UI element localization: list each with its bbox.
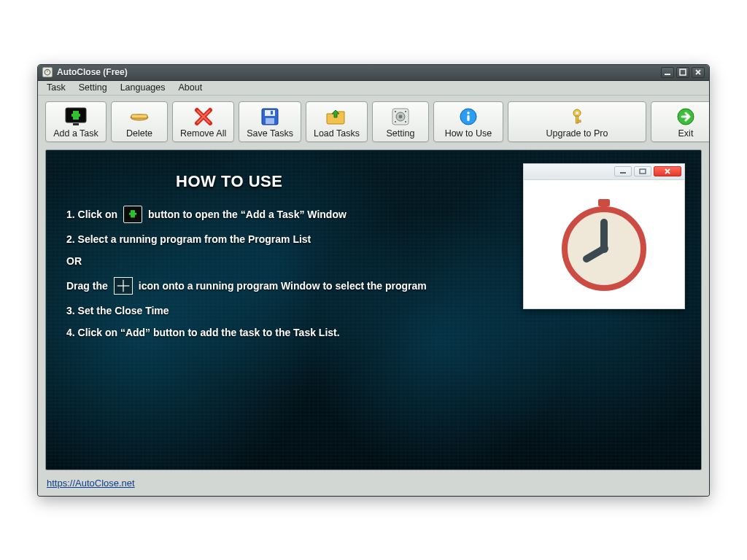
illus-max-icon (634, 166, 651, 176)
exit-label: Exit (678, 128, 694, 139)
save-tasks-button[interactable]: Save Tasks (239, 101, 301, 142)
step1: 1. Click on button to open the “Add a Ta… (66, 206, 504, 223)
svg-rect-12 (131, 114, 147, 118)
delete-button[interactable]: Delete (111, 101, 168, 142)
svg-point-52 (600, 244, 608, 253)
menu-about[interactable]: About (173, 82, 209, 93)
step-drag: Drag the icon onto a running program Win… (66, 277, 504, 295)
svg-point-30 (467, 112, 470, 114)
menu-task[interactable]: Task (41, 82, 71, 93)
website-link[interactable]: https://AutoClose.net (47, 478, 135, 489)
howto-panel: HOW TO USE 1. Click on button to open th… (45, 149, 702, 470)
svg-rect-27 (405, 121, 406, 122)
settings-label: Setting (386, 128, 414, 139)
svg-rect-3 (680, 69, 686, 75)
settings-button[interactable]: Setting (372, 101, 429, 142)
menu-languages[interactable]: Languages (115, 82, 171, 93)
floppy-icon (260, 106, 279, 127)
svg-rect-31 (467, 115, 469, 121)
svg-rect-35 (578, 120, 581, 122)
add-task-label: Add a Task (53, 128, 98, 139)
save-tasks-label: Save Tasks (247, 128, 293, 139)
info-icon (459, 106, 478, 127)
upgrade-pro-button[interactable]: Upgrade to Pro (508, 101, 646, 142)
howto-text: HOW TO USE 1. Click on button to open th… (66, 172, 504, 349)
svg-rect-26 (395, 121, 396, 122)
svg-rect-19 (266, 118, 274, 124)
remove-all-button[interactable]: Remove All (172, 101, 234, 142)
load-tasks-label: Load Tasks (314, 128, 360, 139)
help-button[interactable]: How to Use (433, 101, 503, 142)
folder-up-icon (325, 106, 347, 127)
svg-rect-49 (601, 205, 607, 212)
svg-point-23 (399, 114, 403, 118)
plus-screen-icon (65, 106, 87, 127)
svg-rect-2 (665, 74, 670, 75)
add-task-button[interactable]: Add a Task (45, 101, 107, 142)
titlebar: AutoClose (Free) (38, 65, 709, 81)
app-icon (42, 67, 53, 77)
svg-rect-18 (265, 110, 275, 116)
x-icon (193, 106, 214, 127)
illustration-window (523, 163, 685, 309)
delete-label: Delete (126, 128, 152, 139)
svg-rect-42 (620, 172, 626, 174)
svg-rect-39 (129, 212, 136, 214)
gear-panel-icon (391, 106, 410, 127)
menu-setting[interactable]: Setting (73, 82, 113, 93)
illustration-titlebar (524, 164, 684, 180)
step3: 3. Set the Close Time (66, 305, 504, 316)
window-title: AutoClose (Free) (57, 67, 128, 77)
help-label: How to Use (445, 128, 492, 139)
minus-icon (129, 106, 150, 127)
stopwatch-icon (524, 180, 684, 308)
upgrade-label: Upgrade to Pro (546, 128, 608, 139)
illus-close-icon (654, 166, 681, 176)
howto-heading: HOW TO USE (176, 172, 504, 191)
close-button[interactable] (692, 67, 705, 78)
footer: https://AutoClose.net (38, 475, 709, 496)
plus-screen-icon-inline (123, 206, 142, 223)
menubar: Task Setting Languages About (38, 81, 709, 96)
app-window: AutoClose (Free) Task Setting Languages … (38, 65, 709, 496)
svg-rect-10 (73, 123, 79, 125)
svg-point-33 (576, 112, 578, 114)
svg-rect-43 (640, 169, 646, 174)
minimize-button[interactable] (661, 67, 674, 78)
key-icon (568, 106, 587, 127)
exit-button[interactable]: Exit (651, 101, 709, 142)
step-or: OR (66, 255, 504, 267)
exit-arrow-icon (676, 106, 695, 127)
crosshair-icon (114, 277, 133, 295)
svg-rect-8 (71, 114, 80, 117)
maximize-button[interactable] (676, 67, 689, 78)
svg-rect-20 (271, 111, 273, 114)
content-area: HOW TO USE 1. Click on button to open th… (38, 145, 709, 475)
step2: 2. Select a running program from the Pro… (66, 233, 504, 245)
step4: 4. Click on “Add” button to add the task… (66, 327, 504, 338)
load-tasks-button[interactable]: Load Tasks (306, 101, 368, 142)
toolbar: Add a Task Delete (38, 96, 709, 145)
illus-min-icon (614, 166, 632, 176)
svg-rect-25 (405, 111, 406, 112)
remove-all-label: Remove All (180, 128, 226, 139)
svg-rect-24 (395, 111, 396, 112)
